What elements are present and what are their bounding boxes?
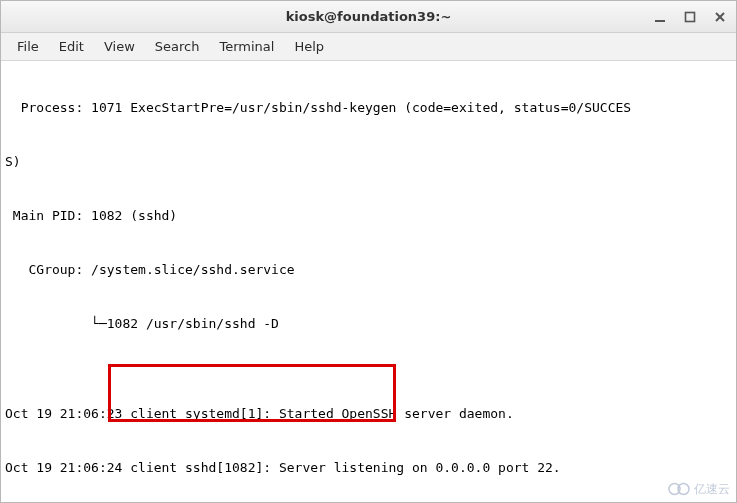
terminal-window: kiosk@foundation39:~ File Edit View Sear… bbox=[0, 0, 737, 503]
svg-rect-1 bbox=[686, 13, 695, 22]
maximize-button[interactable] bbox=[680, 7, 700, 27]
menu-file[interactable]: File bbox=[7, 35, 49, 58]
menu-help[interactable]: Help bbox=[284, 35, 334, 58]
watermark-icon bbox=[668, 482, 690, 496]
watermark: 亿速云 bbox=[668, 480, 730, 498]
terminal-line: Process: 1071 ExecStartPre=/usr/sbin/ssh… bbox=[5, 99, 732, 117]
menubar: File Edit View Search Terminal Help bbox=[1, 33, 736, 61]
terminal-line: Main PID: 1082 (sshd) bbox=[5, 207, 732, 225]
terminal-line: CGroup: /system.slice/sshd.service bbox=[5, 261, 732, 279]
menu-edit[interactable]: Edit bbox=[49, 35, 94, 58]
titlebar: kiosk@foundation39:~ bbox=[1, 1, 736, 33]
terminal-line: S) bbox=[5, 153, 732, 171]
menu-terminal[interactable]: Terminal bbox=[209, 35, 284, 58]
menu-view[interactable]: View bbox=[94, 35, 145, 58]
window-controls bbox=[650, 1, 730, 33]
svg-point-4 bbox=[669, 484, 680, 495]
window-title: kiosk@foundation39:~ bbox=[286, 9, 452, 24]
terminal-line: Oct 19 21:06:23 client systemd[1]: Start… bbox=[5, 405, 732, 423]
close-button[interactable] bbox=[710, 7, 730, 27]
terminal-line: Oct 19 21:06:24 client sshd[1082]: Serve… bbox=[5, 459, 732, 477]
menu-search[interactable]: Search bbox=[145, 35, 210, 58]
watermark-text: 亿速云 bbox=[694, 480, 730, 498]
minimize-button[interactable] bbox=[650, 7, 670, 27]
close-icon bbox=[714, 11, 726, 23]
terminal-line: └─1082 /usr/sbin/sshd -D bbox=[5, 315, 732, 333]
maximize-icon bbox=[684, 11, 696, 23]
minimize-icon bbox=[654, 11, 666, 23]
terminal-viewport[interactable]: Process: 1071 ExecStartPre=/usr/sbin/ssh… bbox=[1, 61, 736, 502]
svg-point-5 bbox=[678, 484, 689, 495]
